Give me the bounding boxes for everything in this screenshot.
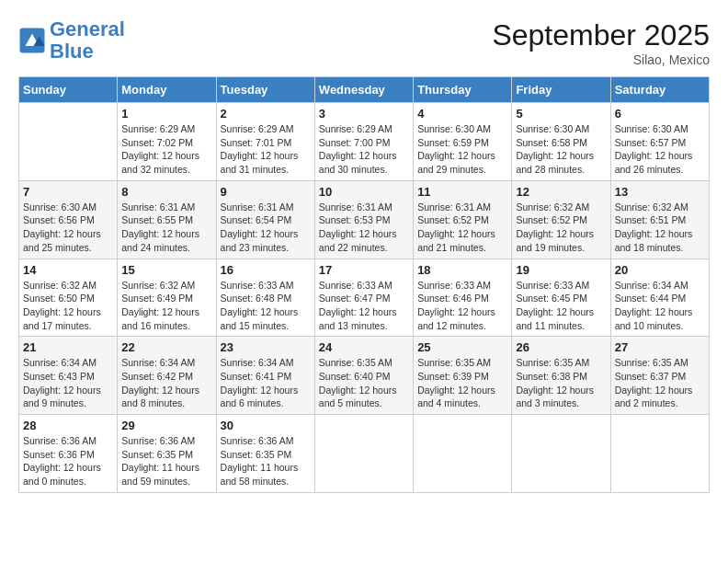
calendar-cell: 29Sunrise: 6:36 AMSunset: 6:35 PMDayligh… [118,415,216,493]
day-info: Sunrise: 6:36 AMSunset: 6:35 PMDaylight:… [221,434,311,488]
day-number: 26 [516,340,606,354]
day-info: Sunrise: 6:35 AMSunset: 6:38 PMDaylight:… [516,356,606,410]
location: Silao, Mexico [492,52,710,67]
day-number: 27 [615,340,705,354]
day-number: 15 [121,263,211,277]
calendar-cell [512,415,610,493]
day-number: 17 [319,263,409,277]
calendar-cell: 26Sunrise: 6:35 AMSunset: 6:38 PMDayligh… [512,337,610,415]
title-block: September 2025 Silao, Mexico [492,18,710,67]
calendar-week-4: 21Sunrise: 6:34 AMSunset: 6:43 PMDayligh… [19,337,710,415]
day-number: 22 [121,340,211,354]
day-info: Sunrise: 6:30 AMSunset: 6:56 PMDaylight:… [23,201,113,255]
day-number: 13 [615,185,705,199]
calendar-cell: 6Sunrise: 6:30 AMSunset: 6:57 PMDaylight… [610,103,709,181]
day-number: 28 [23,419,113,432]
day-header-sunday: Sunday [19,77,118,103]
day-number: 21 [23,340,113,354]
day-number: 18 [417,263,507,277]
calendar-cell: 24Sunrise: 6:35 AMSunset: 6:40 PMDayligh… [314,337,413,415]
day-number: 11 [417,185,507,199]
day-number: 14 [23,263,113,277]
calendar-cell: 27Sunrise: 6:35 AMSunset: 6:37 PMDayligh… [610,337,709,415]
calendar-cell [610,415,709,493]
day-info: Sunrise: 6:35 AMSunset: 6:40 PMDaylight:… [319,356,409,410]
day-info: Sunrise: 6:29 AMSunset: 7:00 PMDaylight:… [319,122,409,177]
day-number: 3 [319,107,409,121]
day-header-monday: Monday [118,77,216,103]
day-number: 2 [221,107,311,121]
calendar-cell: 9Sunrise: 6:31 AMSunset: 6:54 PMDaylight… [216,180,314,259]
day-info: Sunrise: 6:32 AMSunset: 6:50 PMDaylight:… [23,279,113,333]
calendar-cell: 15Sunrise: 6:32 AMSunset: 6:49 PMDayligh… [118,259,216,337]
day-number: 8 [121,185,211,199]
day-info: Sunrise: 6:36 AMSunset: 6:36 PMDaylight:… [23,434,113,488]
calendar-cell: 3Sunrise: 6:29 AMSunset: 7:00 PMDaylight… [314,103,413,181]
day-header-thursday: Thursday [414,77,512,103]
logo-icon [18,27,46,54]
day-number: 23 [221,340,311,354]
calendar-cell: 4Sunrise: 6:30 AMSunset: 6:59 PMDaylight… [414,103,512,181]
day-info: Sunrise: 6:29 AMSunset: 7:01 PMDaylight:… [221,122,311,177]
calendar-cell: 18Sunrise: 6:33 AMSunset: 6:46 PMDayligh… [414,259,512,337]
calendar-table: SundayMondayTuesdayWednesdayThursdayFrid… [18,76,710,493]
day-info: Sunrise: 6:32 AMSunset: 6:51 PMDaylight:… [615,201,705,255]
calendar-cell: 25Sunrise: 6:35 AMSunset: 6:39 PMDayligh… [414,337,512,415]
month-title: September 2025 [492,18,710,52]
day-number: 7 [23,185,113,199]
day-number: 1 [121,107,211,121]
calendar-cell: 8Sunrise: 6:31 AMSunset: 6:55 PMDaylight… [118,180,216,259]
day-header-wednesday: Wednesday [314,77,413,103]
day-number: 25 [417,340,507,354]
day-info: Sunrise: 6:30 AMSunset: 6:57 PMDaylight:… [615,122,705,177]
day-info: Sunrise: 6:32 AMSunset: 6:49 PMDaylight:… [121,279,211,333]
calendar-cell: 23Sunrise: 6:34 AMSunset: 6:41 PMDayligh… [216,337,314,415]
day-number: 19 [516,263,606,277]
day-info: Sunrise: 6:34 AMSunset: 6:42 PMDaylight:… [121,356,211,410]
page-header: General Blue September 2025 Silao, Mexic… [18,18,710,67]
calendar-week-1: 1Sunrise: 6:29 AMSunset: 7:02 PMDaylight… [19,103,710,181]
day-info: Sunrise: 6:31 AMSunset: 6:54 PMDaylight:… [221,201,311,255]
day-number: 29 [121,419,211,432]
calendar-cell: 14Sunrise: 6:32 AMSunset: 6:50 PMDayligh… [19,259,118,337]
calendar-cell: 1Sunrise: 6:29 AMSunset: 7:02 PMDaylight… [118,103,216,181]
calendar-cell: 22Sunrise: 6:34 AMSunset: 6:42 PMDayligh… [118,337,216,415]
day-info: Sunrise: 6:30 AMSunset: 6:58 PMDaylight:… [516,122,606,177]
day-info: Sunrise: 6:36 AMSunset: 6:35 PMDaylight:… [121,434,211,488]
day-header-tuesday: Tuesday [216,77,314,103]
calendar-cell: 2Sunrise: 6:29 AMSunset: 7:01 PMDaylight… [216,103,314,181]
day-header-saturday: Saturday [610,77,709,103]
day-info: Sunrise: 6:34 AMSunset: 6:44 PMDaylight:… [615,279,705,333]
calendar-cell: 11Sunrise: 6:31 AMSunset: 6:52 PMDayligh… [414,180,512,259]
calendar-cell: 5Sunrise: 6:30 AMSunset: 6:58 PMDaylight… [512,103,610,181]
calendar-header-row: SundayMondayTuesdayWednesdayThursdayFrid… [19,77,710,103]
day-number: 6 [615,107,705,121]
calendar-cell [414,415,512,493]
calendar-cell: 17Sunrise: 6:33 AMSunset: 6:47 PMDayligh… [314,259,413,337]
day-info: Sunrise: 6:33 AMSunset: 6:45 PMDaylight:… [516,279,606,333]
logo: General Blue [18,18,125,63]
day-number: 4 [417,107,507,121]
day-info: Sunrise: 6:31 AMSunset: 6:52 PMDaylight:… [417,201,507,255]
calendar-cell: 28Sunrise: 6:36 AMSunset: 6:36 PMDayligh… [19,415,118,493]
day-number: 12 [516,185,606,199]
calendar-cell: 13Sunrise: 6:32 AMSunset: 6:51 PMDayligh… [610,180,709,259]
day-number: 30 [221,419,311,432]
day-info: Sunrise: 6:32 AMSunset: 6:52 PMDaylight:… [516,201,606,255]
day-number: 10 [319,185,409,199]
calendar-cell: 30Sunrise: 6:36 AMSunset: 6:35 PMDayligh… [216,415,314,493]
calendar-cell: 19Sunrise: 6:33 AMSunset: 6:45 PMDayligh… [512,259,610,337]
calendar-cell: 20Sunrise: 6:34 AMSunset: 6:44 PMDayligh… [610,259,709,337]
day-number: 20 [615,263,705,277]
calendar-cell: 16Sunrise: 6:33 AMSunset: 6:48 PMDayligh… [216,259,314,337]
calendar-week-5: 28Sunrise: 6:36 AMSunset: 6:36 PMDayligh… [19,415,710,493]
day-info: Sunrise: 6:29 AMSunset: 7:02 PMDaylight:… [121,122,211,177]
calendar-cell [19,103,118,181]
day-info: Sunrise: 6:31 AMSunset: 6:55 PMDaylight:… [121,201,211,255]
logo-text: General Blue [50,18,125,63]
calendar-cell: 7Sunrise: 6:30 AMSunset: 6:56 PMDaylight… [19,180,118,259]
day-number: 5 [516,107,606,121]
day-info: Sunrise: 6:31 AMSunset: 6:53 PMDaylight:… [319,201,409,255]
day-info: Sunrise: 6:33 AMSunset: 6:48 PMDaylight:… [221,279,311,333]
day-number: 9 [221,185,311,199]
